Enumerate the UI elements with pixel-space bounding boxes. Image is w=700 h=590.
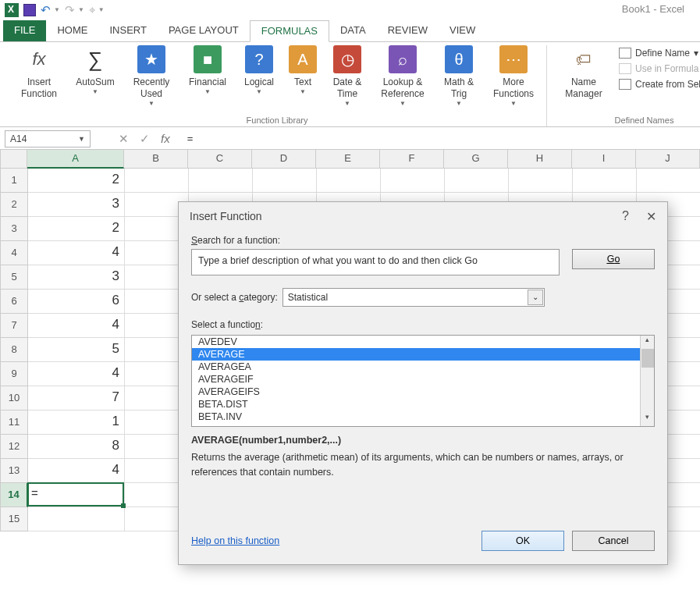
row-header[interactable]: 5 <box>0 265 28 290</box>
tab-home[interactable]: HOME <box>46 20 98 42</box>
scroll-up-icon[interactable]: ▴ <box>641 336 654 349</box>
cell[interactable] <box>637 169 700 193</box>
cancel-button[interactable]: Cancel <box>572 531 655 551</box>
create-from-selection-button[interactable]: Create from Selection <box>616 78 700 91</box>
go-button[interactable]: Go <box>572 249 655 269</box>
column-header[interactable]: E <box>316 150 380 169</box>
row-header[interactable]: 2 <box>0 193 28 217</box>
chevron-down-icon[interactable]: ⌄ <box>528 290 543 305</box>
function-search-input[interactable]: Type a brief description of what you wan… <box>191 249 560 275</box>
cell[interactable] <box>28 507 125 531</box>
cell[interactable]: 2 <box>28 169 125 193</box>
scrollbar[interactable]: ▴ ▾ <box>640 336 654 426</box>
function-list-item[interactable]: AVERAGEA <box>192 361 654 373</box>
fx-icon[interactable]: fx <box>161 132 170 145</box>
scroll-thumb[interactable] <box>641 349 654 368</box>
cell[interactable]: 4 <box>28 362 125 386</box>
function-list-item[interactable]: BETA.DIST <box>192 398 654 411</box>
cell[interactable]: 5 <box>28 338 125 362</box>
close-icon[interactable]: ✕ <box>646 209 656 224</box>
cancel-entry-icon[interactable]: ✕ <box>119 132 129 146</box>
financial-button[interactable]: ■ Financial ▼ <box>184 45 231 96</box>
cell[interactable] <box>189 169 253 193</box>
cell[interactable]: 4 <box>28 314 125 338</box>
tab-page-layout[interactable]: PAGE LAYOUT <box>158 20 250 42</box>
column-header[interactable]: I <box>572 150 636 169</box>
date-time-button[interactable]: ◷ Date & Time▼ <box>328 45 367 108</box>
tab-data[interactable]: DATA <box>329 20 377 42</box>
enter-entry-icon[interactable]: ✓ <box>140 132 150 146</box>
logical-button[interactable]: ? Logical ▼ <box>240 45 278 96</box>
row-header[interactable]: 13 <box>0 459 28 483</box>
formula-input[interactable]: = <box>187 133 194 144</box>
cell[interactable]: 6 <box>28 290 125 314</box>
function-list-item[interactable]: AVERAGEIFS <box>192 386 654 398</box>
column-header[interactable]: G <box>444 150 508 169</box>
tab-view[interactable]: VIEW <box>439 20 486 42</box>
help-on-function-link[interactable]: Help on this function <box>191 535 279 546</box>
name-box[interactable]: A14 ▼ <box>5 130 91 148</box>
row-header[interactable]: 9 <box>0 362 28 386</box>
row-header[interactable]: 4 <box>0 241 28 265</box>
more-functions-button[interactable]: ⋯ More Functions▼ <box>489 45 538 108</box>
recently-used-button[interactable]: ★ Recently Used▼ <box>128 45 175 108</box>
function-list-item[interactable]: AVEDEV <box>192 336 654 348</box>
cell[interactable]: 3 <box>28 265 125 290</box>
cell[interactable]: 4 <box>28 459 125 483</box>
row-header[interactable]: 3 <box>0 217 28 241</box>
cell[interactable]: 4 <box>28 241 125 265</box>
function-list-item[interactable]: BETA.INV <box>192 411 654 423</box>
row-header[interactable]: 12 <box>0 435 28 459</box>
cell[interactable]: 7 <box>28 386 125 411</box>
column-header[interactable]: F <box>380 150 444 169</box>
cell[interactable] <box>253 169 317 193</box>
column-header[interactable]: H <box>508 150 572 169</box>
cell[interactable] <box>573 169 637 193</box>
cell[interactable] <box>509 169 573 193</box>
cell[interactable]: 2 <box>28 217 125 241</box>
cell[interactable] <box>445 169 509 193</box>
cell[interactable]: = <box>28 483 125 507</box>
column-header[interactable]: A <box>27 150 124 169</box>
row-header[interactable]: 11 <box>0 411 28 435</box>
use-in-formula-button[interactable]: Use in Formula ▾ <box>616 62 700 75</box>
autosum-button[interactable]: ∑ AutoSum ▼ <box>72 45 119 96</box>
cell[interactable] <box>381 169 445 193</box>
chevron-down-icon[interactable]: ▼ <box>78 135 85 143</box>
define-name-button[interactable]: Define Name ▾ <box>616 47 700 59</box>
dialog-titlebar[interactable]: Insert Function ? ✕ <box>179 202 667 230</box>
select-all-corner[interactable] <box>0 150 27 169</box>
cell[interactable]: 8 <box>28 435 125 459</box>
scroll-down-icon[interactable]: ▾ <box>641 413 654 426</box>
tab-insert[interactable]: INSERT <box>98 20 157 42</box>
cell[interactable]: 1 <box>28 411 125 435</box>
row-header[interactable]: 14 <box>0 483 28 507</box>
column-header[interactable]: J <box>636 150 700 169</box>
cell[interactable] <box>125 169 189 193</box>
help-icon[interactable]: ? <box>622 209 629 224</box>
row-header[interactable]: 10 <box>0 386 28 411</box>
function-list-item[interactable]: AVERAGE <box>192 348 654 361</box>
tab-review[interactable]: REVIEW <box>377 20 439 42</box>
row-header[interactable]: 1 <box>0 169 28 193</box>
row-header[interactable]: 8 <box>0 338 28 362</box>
math-trig-button[interactable]: θ Math & Trig▼ <box>439 45 479 108</box>
row-header[interactable]: 6 <box>0 290 28 314</box>
column-header[interactable]: C <box>188 150 252 169</box>
name-manager-button[interactable]: 🏷 Name Manager <box>560 45 607 100</box>
category-select[interactable]: Statistical ⌄ <box>282 288 545 307</box>
tab-formulas[interactable]: FORMULAS <box>250 20 329 42</box>
cell[interactable]: 3 <box>28 193 125 217</box>
text-button[interactable]: A Text ▼ <box>287 45 318 96</box>
column-header[interactable]: B <box>124 150 188 169</box>
function-list[interactable]: AVEDEVAVERAGEAVERAGEAAVERAGEIFAVERAGEIFS… <box>191 335 655 427</box>
lookup-reference-button[interactable]: ⌕ Lookup & Reference▼ <box>376 45 429 108</box>
insert-function-button[interactable]: fx Insert Function <box>16 45 62 100</box>
cell[interactable] <box>317 169 381 193</box>
column-header[interactable]: D <box>252 150 316 169</box>
row-header[interactable]: 7 <box>0 314 28 338</box>
row-header[interactable]: 15 <box>0 507 28 531</box>
ok-button[interactable]: OK <box>481 531 564 551</box>
tab-file[interactable]: FILE <box>3 20 46 42</box>
function-list-item[interactable]: AVERAGEIF <box>192 373 654 386</box>
